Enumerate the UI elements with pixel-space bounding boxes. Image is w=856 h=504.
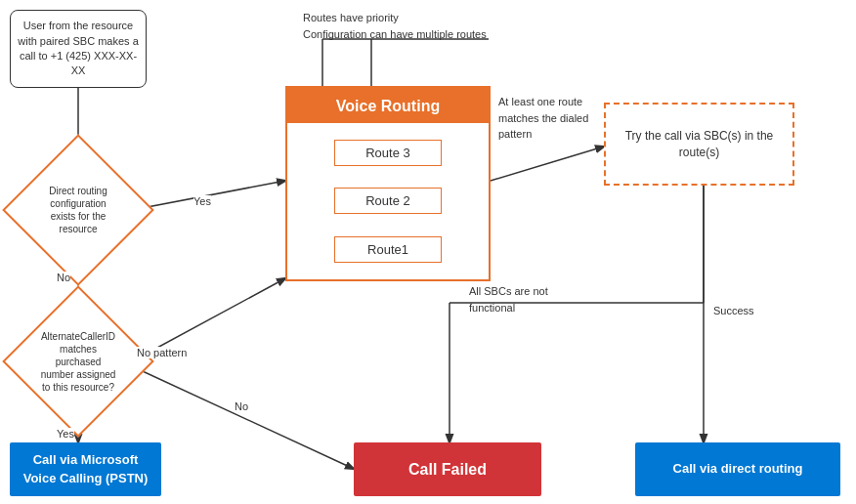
note-match: At least one route matches the dialed pa… <box>498 94 606 143</box>
note-success: Success <box>713 303 754 319</box>
start-box: User from the resource with paired SBC m… <box>10 10 147 88</box>
note-success-text: Success <box>713 305 754 316</box>
svg-line-4 <box>491 147 604 181</box>
route1: Route1 <box>334 236 442 263</box>
voice-routing-title: Voice Routing <box>287 88 489 123</box>
note-top: Routes have priority Configuration can h… <box>303 10 487 42</box>
note-all-sbc-text: All SBCs are not functional <box>469 285 548 314</box>
diamond1-wrap: Direct routing configuration exists for … <box>24 156 132 264</box>
outcome-pstn: Call via Microsoft Voice Calling (PSTN) <box>10 442 161 496</box>
outcome-failed: Call Failed <box>354 442 541 496</box>
svg-line-10 <box>132 366 354 469</box>
note-all-sbc: All SBCs are not functional <box>469 283 557 315</box>
try-call-text: Try the call via SBC(s) in the route(s) <box>614 128 785 161</box>
diamond1 <box>2 134 154 286</box>
diamond2 <box>2 285 154 438</box>
label-yes1: Yes <box>193 195 211 207</box>
outcome-direct-text: Call via direct routing <box>673 460 803 478</box>
try-call-box: Try the call via SBC(s) in the route(s) <box>604 103 794 186</box>
note-match-text: At least one route matches the dialed pa… <box>498 96 588 140</box>
diamond2-wrap: AlternateCallerID matches purchased numb… <box>24 308 132 415</box>
note-line1: Routes have priority <box>303 10 487 26</box>
route2: Route 2 <box>334 188 442 214</box>
note-line2: Configuration can have multiple routes <box>303 26 487 43</box>
label-no1: No <box>57 272 70 283</box>
outcome-pstn-text: Call via Microsoft Voice Calling (PSTN) <box>18 451 153 486</box>
label-no2: No <box>235 400 248 412</box>
route3: Route 3 <box>334 140 442 166</box>
diagram: User from the resource with paired SBC m… <box>0 0 856 504</box>
voice-routing-box: Voice Routing Route 3 Route 2 Route1 <box>285 86 491 281</box>
label-yes2: Yes <box>57 428 74 440</box>
route-inner: Route 3 Route 2 Route1 <box>287 123 489 279</box>
label-no-pattern: No pattern <box>137 347 187 358</box>
outcome-direct: Call via direct routing <box>635 442 840 496</box>
outcome-failed-text: Call Failed <box>408 461 487 479</box>
start-text: User from the resource with paired SBC m… <box>17 19 140 79</box>
